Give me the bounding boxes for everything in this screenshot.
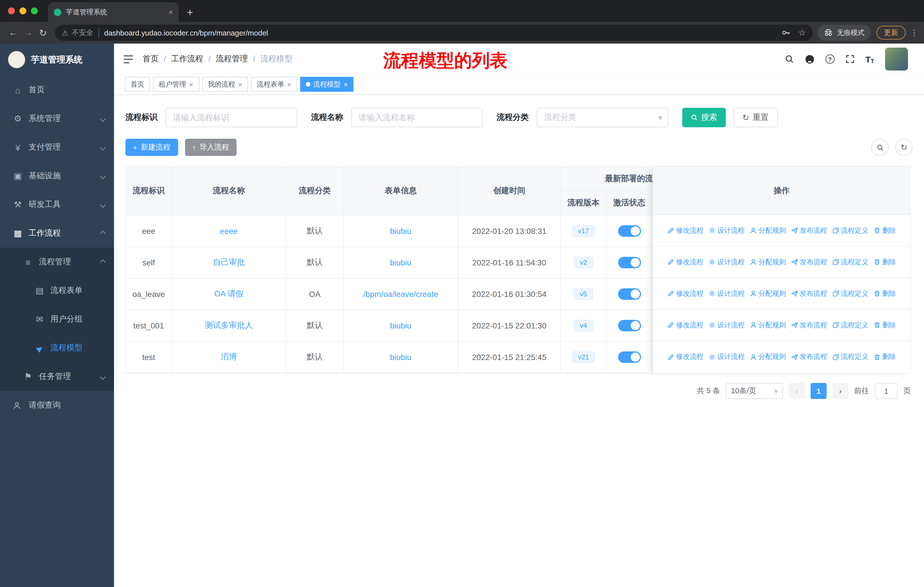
close-window-button[interactable] bbox=[8, 7, 15, 14]
font-size-icon[interactable]: TT bbox=[865, 54, 874, 64]
fullscreen-icon[interactable] bbox=[845, 55, 855, 64]
active-toggle[interactable] bbox=[618, 288, 641, 300]
page-1-button[interactable]: 1 bbox=[810, 383, 827, 399]
sidebar-item-leave-query[interactable]: 请假查询 bbox=[0, 391, 114, 420]
close-icon[interactable]: × bbox=[344, 81, 348, 88]
form-link[interactable]: /bpm/oa/leave/create bbox=[363, 289, 438, 299]
create-process-button[interactable]: + 新建流程 bbox=[125, 139, 178, 156]
process-id-input[interactable] bbox=[165, 108, 297, 127]
action-deploy-flow[interactable]: 发布流程 bbox=[791, 320, 827, 330]
action-design-flow[interactable]: 设计流程 bbox=[709, 257, 745, 267]
password-key-icon[interactable] bbox=[781, 28, 790, 37]
import-process-button[interactable]: ↑ 导入流程 bbox=[185, 139, 237, 156]
next-page-button[interactable]: › bbox=[832, 383, 848, 399]
tag-process-model[interactable]: 流程模型× bbox=[300, 77, 354, 92]
action-assign-rule[interactable]: 分配规则 bbox=[750, 257, 786, 267]
process-name-link[interactable]: 滔博 bbox=[221, 352, 237, 362]
action-delete[interactable]: 删除 bbox=[874, 352, 896, 362]
action-flow-definition[interactable]: 流程定义 bbox=[832, 352, 868, 362]
action-deploy-flow[interactable]: 发布流程 bbox=[791, 352, 827, 362]
security-status[interactable]: ⚠ 不安全 bbox=[62, 28, 99, 38]
sidebar-item-devtools[interactable]: ⚒ 研发工具 bbox=[0, 190, 114, 219]
action-flow-definition[interactable]: 流程定义 bbox=[832, 257, 868, 267]
prev-page-button[interactable]: ‹ bbox=[789, 383, 805, 399]
active-toggle[interactable] bbox=[618, 257, 641, 268]
action-design-flow[interactable]: 设计流程 bbox=[709, 226, 745, 235]
chrome-update-button[interactable]: 更新 bbox=[876, 26, 906, 40]
forward-icon[interactable]: → bbox=[21, 25, 36, 40]
action-edit-model[interactable]: 修改流程 bbox=[667, 226, 703, 235]
browser-menu-icon[interactable]: ⋮ bbox=[910, 28, 918, 37]
avatar[interactable] bbox=[885, 48, 908, 71]
sidebar-item-system[interactable]: ⚙ 系统管理 bbox=[0, 104, 114, 133]
action-flow-definition[interactable]: 流程定义 bbox=[832, 226, 868, 235]
process-name-link[interactable]: eeee bbox=[220, 227, 238, 236]
process-name-link[interactable]: 测试多审批人 bbox=[205, 321, 253, 331]
goto-page-input[interactable] bbox=[875, 383, 898, 399]
tab-close-icon[interactable]: × bbox=[168, 8, 173, 16]
action-design-flow[interactable]: 设计流程 bbox=[709, 289, 745, 298]
close-icon[interactable]: × bbox=[189, 81, 193, 88]
close-icon[interactable]: × bbox=[287, 81, 291, 88]
action-assign-rule[interactable]: 分配规则 bbox=[750, 320, 786, 330]
github-icon[interactable] bbox=[805, 54, 814, 64]
search-icon[interactable] bbox=[784, 55, 794, 64]
process-name-link[interactable]: 自己审批 bbox=[213, 257, 245, 268]
form-link[interactable]: biubiu bbox=[390, 321, 412, 330]
tag-process-form[interactable]: 流程表单× bbox=[251, 77, 297, 92]
tag-my-process[interactable]: 我的流程× bbox=[202, 77, 248, 92]
sidebar-item-task-manage[interactable]: ⚑ 任务管理 bbox=[0, 362, 114, 391]
action-deploy-flow[interactable]: 发布流程 bbox=[791, 257, 827, 267]
browser-tab[interactable]: 芋道管理系统 × bbox=[48, 2, 179, 22]
tag-tenant[interactable]: 租户管理× bbox=[153, 77, 199, 92]
toggle-search-button[interactable] bbox=[871, 139, 888, 156]
active-toggle[interactable] bbox=[618, 351, 641, 363]
sidebar-item-home[interactable]: ⌂ 首页 bbox=[0, 76, 114, 104]
refresh-table-button[interactable]: ↻ bbox=[895, 139, 912, 156]
category-select[interactable]: 流程分类 ▾ bbox=[537, 108, 668, 127]
search-button[interactable]: 搜索 bbox=[682, 108, 726, 127]
action-assign-rule[interactable]: 分配规则 bbox=[750, 226, 786, 235]
active-toggle[interactable] bbox=[618, 225, 641, 237]
action-edit-model[interactable]: 修改流程 bbox=[667, 352, 703, 362]
address-bar[interactable]: ⚠ 不安全 dashboard.yudao.iocoder.cn/bpm/man… bbox=[55, 25, 813, 41]
action-delete[interactable]: 删除 bbox=[874, 257, 896, 267]
action-flow-definition[interactable]: 流程定义 bbox=[832, 320, 868, 330]
reset-button[interactable]: ↻ 重置 bbox=[733, 108, 778, 127]
sidebar-item-process-manage[interactable]: ≡ 流程管理 bbox=[0, 248, 114, 276]
form-link[interactable]: biubiu bbox=[390, 258, 412, 267]
bookmark-star-icon[interactable]: ☆ bbox=[798, 28, 806, 38]
help-icon[interactable]: ? bbox=[825, 55, 834, 64]
tag-home[interactable]: 首页 bbox=[125, 77, 150, 92]
page-size-select[interactable]: 10条/页 ▾ bbox=[726, 383, 783, 399]
form-link[interactable]: biubiu bbox=[390, 352, 412, 362]
maximize-window-button[interactable] bbox=[31, 7, 38, 14]
breadcrumb-home[interactable]: 首页 bbox=[143, 54, 159, 64]
breadcrumb-process-manage[interactable]: 流程管理 bbox=[203, 54, 248, 64]
process-name-input[interactable] bbox=[351, 108, 483, 127]
process-name-link[interactable]: OA 请假 bbox=[214, 289, 244, 299]
action-deploy-flow[interactable]: 发布流程 bbox=[791, 289, 827, 298]
reload-icon[interactable]: ↻ bbox=[36, 25, 50, 40]
action-assign-rule[interactable]: 分配规则 bbox=[750, 352, 786, 362]
action-delete[interactable]: 删除 bbox=[874, 289, 896, 298]
sidebar-item-user-group[interactable]: ✉ 用户分组 bbox=[0, 305, 114, 334]
sidebar-item-process-form[interactable]: ▤ 流程表单 bbox=[0, 276, 114, 305]
action-assign-rule[interactable]: 分配规则 bbox=[750, 289, 786, 298]
action-edit-model[interactable]: 修改流程 bbox=[667, 257, 703, 267]
sidebar-item-process-model[interactable]: ▶ 流程模型 bbox=[0, 334, 114, 362]
new-tab-button[interactable]: + bbox=[187, 7, 193, 18]
minimize-window-button[interactable] bbox=[20, 7, 26, 14]
hamburger-icon[interactable] bbox=[123, 55, 134, 63]
back-icon[interactable]: ← bbox=[6, 25, 21, 40]
sidebar-item-workflow[interactable]: ▦ 工作流程 bbox=[0, 219, 114, 248]
breadcrumb-workflow[interactable]: 工作流程 bbox=[159, 54, 203, 64]
sidebar-item-infra[interactable]: ▣ 基础设施 bbox=[0, 162, 114, 190]
active-toggle[interactable] bbox=[618, 320, 641, 331]
action-deploy-flow[interactable]: 发布流程 bbox=[791, 226, 827, 235]
form-link[interactable]: biubiu bbox=[390, 227, 412, 236]
action-delete[interactable]: 删除 bbox=[874, 226, 896, 235]
action-edit-model[interactable]: 修改流程 bbox=[667, 320, 703, 330]
action-flow-definition[interactable]: 流程定义 bbox=[832, 289, 868, 298]
action-design-flow[interactable]: 设计流程 bbox=[709, 352, 745, 362]
